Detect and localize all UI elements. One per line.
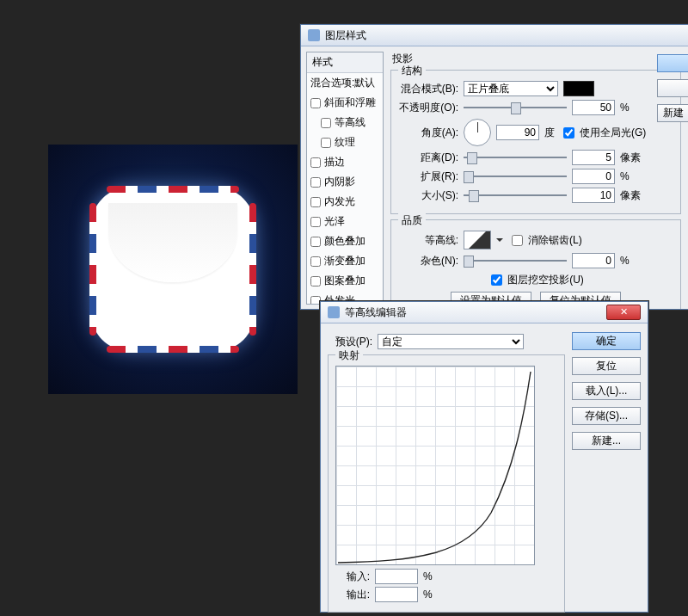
curve-input-value[interactable]: [375, 569, 418, 584]
effect-row[interactable]: 颜色叠加: [307, 231, 383, 251]
opacity-slider[interactable]: [464, 102, 567, 113]
dialog-right-buttons: 新建: [657, 54, 688, 122]
curve-output-value[interactable]: [375, 587, 418, 602]
effect-label: 图案叠加: [324, 274, 366, 288]
noise-slider[interactable]: [464, 256, 567, 266]
shadow-color-swatch[interactable]: [563, 81, 594, 96]
structure-group: 结构 混合模式(B): 正片叠底 不透明度(O): % 角度(A): 度: [390, 70, 681, 214]
new-button[interactable]: 新建...: [572, 432, 641, 450]
group-legend: 映射: [335, 348, 363, 363]
spread-label: 扩展(R):: [398, 169, 458, 184]
effect-checkbox[interactable]: [310, 276, 321, 286]
blend-mode-select[interactable]: 正片叠底: [464, 81, 558, 96]
preset-select[interactable]: 自定: [378, 334, 524, 349]
dialog-titlebar[interactable]: 图层样式: [301, 25, 688, 46]
effect-row[interactable]: 图案叠加: [307, 271, 383, 291]
layer-style-dialog: 图层样式 样式 混合选项:默认 斜面和浮雕等高线纹理描边内阴影内发光光泽颜色叠加…: [300, 24, 688, 310]
spread-slider[interactable]: [464, 171, 567, 182]
effect-label: 内发光: [324, 194, 355, 209]
mapping-group: 映射 输入: % 输出: %: [328, 354, 565, 613]
effect-row[interactable]: 内发光: [307, 192, 383, 212]
document-canvas: [48, 145, 298, 394]
knockout-checkbox[interactable]: [491, 274, 502, 286]
effect-checkbox[interactable]: [310, 98, 321, 108]
distance-slider[interactable]: [464, 152, 567, 163]
reset-button[interactable]: 复位: [572, 357, 641, 375]
save-button[interactable]: 存储(S)...: [572, 407, 641, 425]
dialog-title: 图层样式: [325, 28, 366, 43]
antialias[interactable]: 消除锯齿(L): [508, 232, 582, 249]
effects-list: 样式 混合选项:默认 斜面和浮雕等高线纹理描边内阴影内发光光泽颜色叠加渐变叠加图…: [306, 52, 384, 305]
effect-row[interactable]: 光泽: [307, 212, 383, 231]
effect-label: 颜色叠加: [324, 234, 366, 249]
distance-input[interactable]: [572, 150, 615, 165]
effect-checkbox[interactable]: [321, 118, 331, 128]
output-label: 输出:: [335, 588, 370, 602]
dialog-titlebar[interactable]: 等高线编辑器 ✕: [321, 302, 648, 323]
blend-mode-label: 混合模式(B):: [398, 82, 458, 96]
ok-button[interactable]: 确定: [572, 332, 641, 350]
app-icon: [328, 306, 340, 318]
effect-row[interactable]: 描边: [307, 152, 383, 172]
dialog-title: 等高线编辑器: [345, 305, 407, 320]
section-title: 投影: [392, 52, 681, 66]
use-global-light-checkbox[interactable]: [563, 127, 574, 139]
contour-label: 等高线:: [398, 233, 458, 248]
unit-pct: %: [620, 102, 646, 114]
noise-label: 杂色(N):: [398, 254, 458, 268]
spread-input[interactable]: [572, 169, 615, 184]
angle-label: 角度(A):: [398, 126, 458, 140]
effect-checkbox[interactable]: [310, 157, 321, 168]
effect-checkbox[interactable]: [310, 177, 321, 188]
preset-label: 预设(P):: [328, 335, 372, 349]
app-icon: [308, 29, 320, 41]
effects-list-header: 样式: [307, 52, 383, 73]
effect-checkbox[interactable]: [310, 217, 321, 227]
contour-swatch[interactable]: [464, 231, 491, 249]
knockout[interactable]: 图层挖空投影(U): [488, 272, 584, 288]
blend-options-row[interactable]: 混合选项:默认: [307, 73, 383, 93]
size-input[interactable]: [572, 188, 615, 203]
group-legend: 品质: [398, 213, 426, 228]
distance-label: 距离(D):: [398, 151, 458, 165]
input-label: 输入:: [335, 570, 370, 584]
chevron-down-icon[interactable]: [496, 238, 503, 245]
load-button[interactable]: 载入(L)...: [572, 382, 641, 400]
effect-checkbox[interactable]: [310, 256, 321, 267]
size-label: 大小(S):: [398, 188, 458, 203]
use-global-light[interactable]: 使用全局光(G): [560, 125, 646, 141]
effect-label: 纹理: [335, 135, 355, 150]
new-style-button[interactable]: 新建: [657, 104, 688, 122]
angle-dial[interactable]: [464, 119, 491, 146]
cancel-button-partial[interactable]: [657, 79, 688, 97]
contour-curve-grid[interactable]: [335, 366, 535, 565]
effect-checkbox[interactable]: [310, 237, 321, 247]
effect-label: 渐变叠加: [324, 254, 366, 268]
effect-checkbox[interactable]: [310, 197, 321, 207]
degree-label: 度: [544, 126, 555, 140]
effect-label: 内阴影: [324, 175, 355, 189]
effect-checkbox[interactable]: [321, 138, 331, 148]
angle-input[interactable]: [496, 125, 539, 140]
effect-label: 等高线: [335, 115, 366, 130]
size-slider[interactable]: [464, 190, 567, 200]
antialias-checkbox[interactable]: [512, 235, 523, 246]
effect-row[interactable]: 内阴影: [307, 172, 383, 192]
opacity-label: 不透明度(O):: [398, 101, 458, 115]
effect-label: 斜面和浮雕: [324, 95, 376, 110]
envelope-icon: [91, 188, 255, 351]
quality-group: 品质 等高线: 消除锯齿(L) 杂色(N): % 图层挖空投影(U): [390, 219, 681, 310]
effect-row[interactable]: 渐变叠加: [307, 251, 383, 271]
noise-input[interactable]: [572, 253, 615, 268]
opacity-input[interactable]: [572, 100, 615, 115]
effect-row[interactable]: 纹理: [307, 132, 383, 152]
group-legend: 结构: [398, 64, 426, 78]
curve-path-icon: [336, 367, 534, 564]
contour-editor-dialog: 等高线编辑器 ✕ 预设(P): 自定 映射 输入: % 输出:: [320, 301, 648, 613]
unit-px: 像素: [620, 151, 646, 165]
effect-row[interactable]: 斜面和浮雕: [307, 93, 383, 113]
ok-button-partial[interactable]: [657, 54, 688, 72]
effect-row[interactable]: 等高线: [307, 113, 383, 132]
effect-label: 描边: [324, 155, 345, 169]
close-icon[interactable]: ✕: [606, 305, 641, 320]
